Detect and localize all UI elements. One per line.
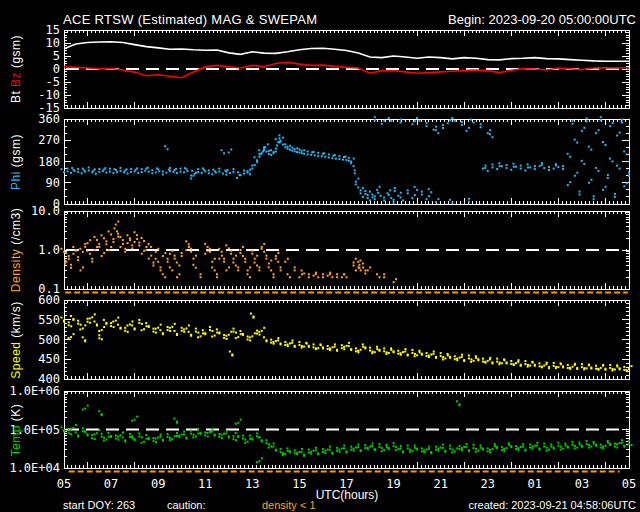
ytick-label: 270 xyxy=(38,133,60,147)
ytick-label: -5 xyxy=(46,75,60,89)
xtick-label: 09 xyxy=(151,477,165,491)
caution-label: caution: xyxy=(167,499,206,511)
xtick-label: 07 xyxy=(104,477,118,491)
series-speed xyxy=(61,313,633,372)
series-temp xyxy=(61,400,633,463)
xtick-label: 03 xyxy=(575,477,589,491)
series-density xyxy=(61,221,398,284)
ytick-label: 1.0E+06 xyxy=(9,384,60,398)
xtick-label: 05 xyxy=(622,477,636,491)
series-bt xyxy=(64,42,629,62)
panel-temp: 1.0E+061.0E+051.0E+04 xyxy=(9,384,632,475)
ytick-label: 5 xyxy=(53,49,60,63)
ytick-label: 500 xyxy=(38,333,60,347)
ytick-label: 600 xyxy=(38,293,60,307)
ytick-label: -10 xyxy=(38,88,60,102)
yaxis-label-density: Density (/cm3) xyxy=(9,208,23,292)
yaxis-label-temp: Temp (K) xyxy=(9,404,23,457)
yaxis-label-gsm: (gsm) xyxy=(9,35,23,72)
yaxis-label-bz: Bz xyxy=(9,72,23,87)
yaxis-label-mag: Bt Bz (gsm) xyxy=(9,35,23,103)
yaxis-label-bt: Bt xyxy=(9,87,23,103)
ytick-label: 1.0 xyxy=(38,243,60,257)
panel-mag: 151050-5-10-15 xyxy=(38,23,629,115)
ytick-label: 0 xyxy=(53,62,60,76)
caution-value: density < 1 xyxy=(262,499,316,511)
panel-phi: 360270180900 xyxy=(38,112,630,211)
ytick-label: 10.0 xyxy=(31,204,60,218)
xtick-label: 13 xyxy=(245,477,259,491)
ace-rtsw-plot: ACE RTSW (Estimated) MAG & SWEPAM Begin:… xyxy=(0,0,640,512)
panel-density: 10.01.00.1 xyxy=(31,204,629,296)
chart-canvas: 151050-5-10-1536027018090010.01.00.16005… xyxy=(0,0,640,512)
ytick-label: 15 xyxy=(46,23,60,37)
ytick-label: 180 xyxy=(38,155,60,169)
created-timestamp: created: 2023-09-21 04:58:06UTC xyxy=(468,499,636,511)
ytick-label: 90 xyxy=(46,176,60,190)
ytick-label: 1.0E+04 xyxy=(9,461,60,475)
yaxis-label-phi: Phi (gsm) xyxy=(9,134,23,190)
xtick-label: 11 xyxy=(198,477,212,491)
panel-speed: 600550500450400 xyxy=(38,293,632,386)
xtick-label: 23 xyxy=(481,477,495,491)
ytick-label: 360 xyxy=(38,112,60,126)
start-doy-label: start DOY: 263 xyxy=(63,499,135,511)
ytick-label: 10 xyxy=(46,36,60,50)
series-phi xyxy=(61,116,631,204)
ytick-label: 450 xyxy=(38,352,60,366)
ytick-label: 550 xyxy=(38,313,60,327)
xtick-label: 01 xyxy=(528,477,542,491)
yaxis-label-speed: Speed (km/s) xyxy=(9,301,23,378)
xtick-label: 05 xyxy=(57,477,71,491)
xtick-label: 21 xyxy=(433,477,447,491)
